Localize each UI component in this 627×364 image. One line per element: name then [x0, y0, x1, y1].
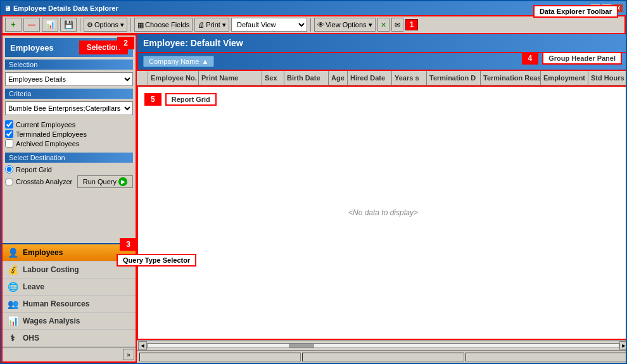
email-button[interactable]: ✉: [391, 18, 403, 32]
sort-icon: ▲: [202, 58, 209, 65]
company-name-pill[interactable]: Company Name ▲: [143, 56, 214, 67]
save-button[interactable]: 💾: [60, 18, 77, 32]
no-data-label: <No data to display>: [348, 208, 418, 217]
report-grid-badge-area: 5 Report Grid: [144, 93, 217, 106]
checkbox-group: Current Employees Terminated Employees A…: [5, 120, 133, 147]
selection-section-header: Selection: [5, 60, 133, 70]
scroll-right-button[interactable]: ►: [619, 341, 626, 350]
toolbar-badge: 1: [405, 19, 419, 30]
group-header-callout: Group Header Panel: [542, 52, 622, 65]
employees-query-label: Employees: [23, 248, 63, 257]
crosstab-input[interactable]: [5, 178, 13, 186]
crosstab-radio[interactable]: Crosstab Analyzer: [5, 178, 72, 186]
query-selector-badge: 3: [120, 238, 137, 251]
separator-1: [80, 18, 80, 32]
current-employees-input[interactable]: [5, 120, 13, 129]
options-label: Options ▾: [94, 21, 124, 29]
col-employee-no: Employee No.: [148, 71, 199, 85]
col-years: Years s: [392, 71, 427, 85]
delete-icon: —: [27, 20, 37, 30]
archived-employees-checkbox[interactable]: Archived Employees: [5, 139, 133, 147]
radio-group: Report Grid Crosstab Analyzer Run Query …: [5, 165, 133, 188]
title-bar-left: 🖥 Employee Details Data Explorer: [4, 4, 118, 12]
print-button[interactable]: 🖨 Print ▾: [194, 18, 229, 32]
hr-query-label: Human Resources: [23, 299, 89, 308]
query-item-wages-analysis[interactable]: 📊 Wages Analysis: [3, 313, 136, 330]
archived-employees-input[interactable]: [5, 139, 13, 147]
run-query-label: Run Query: [83, 178, 117, 185]
destination-header: Select Destination: [5, 153, 133, 163]
report-grid-radio[interactable]: Report Grid: [5, 165, 133, 173]
run-query-button[interactable]: Run Query ▶: [77, 175, 133, 188]
current-employees-checkbox[interactable]: Current Employees: [5, 120, 133, 129]
labour-query-label: Labour Costing: [23, 265, 79, 274]
view-options-icon: 👁: [317, 21, 324, 28]
criteria-dropdown[interactable]: Bumble Bee Enterprises;Caterpillars I: [5, 101, 133, 115]
employees-title: Employees: [10, 43, 54, 53]
leave-query-label: Leave: [23, 282, 44, 291]
col-age: Age: [329, 71, 348, 85]
grid-header: Employee No. Print Name Sex Birth Date A…: [137, 71, 626, 85]
col-sex: Sex: [262, 71, 284, 85]
leave-icon: 🌐: [6, 280, 19, 293]
add-icon: +: [8, 20, 18, 30]
options-icon: ⚙: [87, 21, 93, 29]
scroll-track[interactable]: [147, 343, 619, 348]
scroll-thumb[interactable]: [289, 344, 314, 348]
terminated-employees-input[interactable]: [5, 130, 13, 138]
add-button[interactable]: +: [5, 18, 22, 32]
choose-fields-icon: ▦: [137, 21, 144, 29]
status-bar: [137, 350, 626, 363]
destination-section: Select Destination Report Grid Crosstab …: [5, 153, 133, 188]
crosstab-row: Crosstab Analyzer Run Query ▶: [5, 175, 133, 188]
wages-icon: 📊: [6, 315, 19, 327]
labour-icon: 💰: [6, 263, 19, 276]
data-explorer-toolbar: + — 📊 💾 ⚙ Options ▾ ▦ Choose Fields 🖨 Pr…: [1, 15, 626, 34]
report-grid-input[interactable]: [5, 165, 13, 173]
panel-footer: »: [3, 347, 136, 361]
status-segment-2: [302, 353, 464, 361]
app-icon: 🖥: [4, 4, 11, 12]
col-hired-date: Hired Date: [348, 71, 392, 85]
horizontal-scrollbar[interactable]: ◄ ►: [137, 340, 626, 350]
status-segment-3: [466, 353, 626, 361]
col-birth-date: Birth Date: [284, 71, 329, 85]
hr-icon: 👥: [6, 298, 19, 310]
view-options-button[interactable]: 👁 View Options ▾: [314, 18, 376, 32]
query-item-ohs[interactable]: ⚕ OHS: [3, 330, 136, 347]
wages-query-label: Wages Analysis: [23, 317, 80, 325]
save-icon: 💾: [63, 20, 73, 30]
options-button[interactable]: ⚙ Options ▾: [84, 18, 127, 32]
col-employment: Employment: [541, 71, 588, 85]
excel-button[interactable]: ✕: [377, 18, 390, 32]
query-item-human-resources[interactable]: 👥 Human Resources: [3, 296, 136, 313]
chart-icon: 📊: [45, 20, 55, 30]
expand-button[interactable]: »: [123, 349, 134, 360]
title-bar: 🖥 Employee Details Data Explorer _ □ ✕: [1, 1, 626, 15]
status-segment-1: [139, 353, 301, 361]
window-title: Employee Details Data Explorer: [13, 4, 118, 12]
terminated-employees-checkbox[interactable]: Terminated Employees: [5, 130, 133, 138]
ohs-query-label: OHS: [23, 334, 39, 342]
employees-badge: 2: [117, 37, 134, 49]
col-termination-reason: Termination Reas: [481, 71, 541, 85]
chart-button[interactable]: 📊: [42, 18, 58, 32]
delete-button[interactable]: —: [23, 18, 40, 32]
query-type-selector: 3 Query Type Selector 👤 Employees 💰 Labo…: [3, 243, 136, 361]
scroll-left-button[interactable]: ◄: [138, 341, 147, 350]
choose-fields-label: Choose Fields: [145, 21, 189, 28]
col-termination-date: Termination D: [427, 71, 481, 85]
selection-dropdown[interactable]: Employees Details: [5, 72, 133, 86]
view-dropdown[interactable]: Default View: [231, 18, 307, 32]
query-item-leave[interactable]: 🌐 Leave: [3, 279, 136, 296]
main-window: 🖥 Employee Details Data Explorer _ □ ✕ +…: [0, 0, 627, 364]
query-selector-callout: Query Type Selector: [117, 254, 196, 267]
group-header-callout-area: 4 Group Header Panel: [522, 52, 622, 65]
left-panel: Employees 2 Selection Selection Employee…: [1, 34, 137, 363]
company-name-label: Company Name: [149, 58, 199, 65]
col-print-name: Print Name: [199, 71, 262, 85]
toolbar-callout: Data Explorer Toolbar: [533, 5, 618, 18]
query-item-employees[interactable]: 👤 Employees: [3, 244, 136, 261]
choose-fields-button[interactable]: ▦ Choose Fields: [134, 18, 193, 32]
query-item-labour-costing[interactable]: 💰 Labour Costing: [3, 261, 136, 279]
